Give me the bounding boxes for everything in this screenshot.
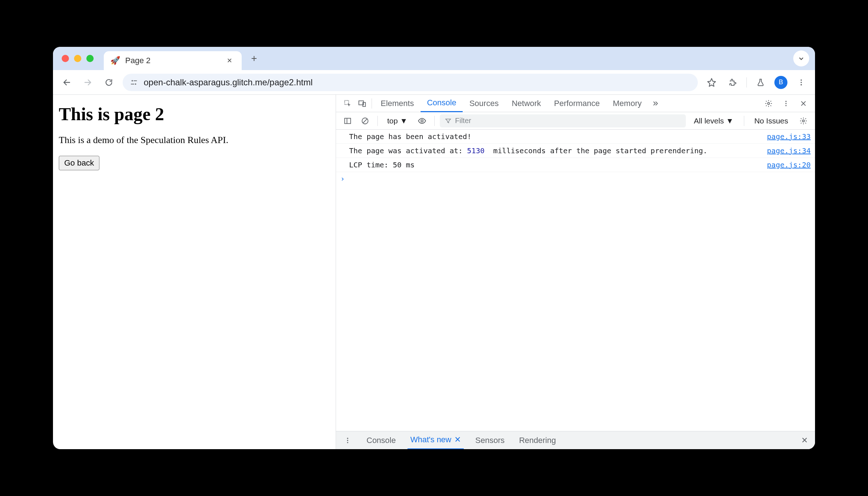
browser-tab[interactable]: 🚀 Page 2 ✕ bbox=[104, 51, 242, 70]
drawer-tab-console[interactable]: Console bbox=[364, 431, 399, 450]
console-message: The page has been activated! bbox=[349, 131, 763, 142]
go-back-button[interactable]: Go back bbox=[59, 156, 99, 170]
clear-icon bbox=[361, 117, 369, 125]
context-label: top bbox=[387, 117, 398, 125]
svg-point-13 bbox=[785, 105, 786, 106]
chrome-menu-button[interactable] bbox=[794, 75, 808, 90]
svg-point-20 bbox=[347, 438, 348, 439]
flask-icon bbox=[756, 78, 765, 87]
drawer-menu-button[interactable] bbox=[340, 433, 355, 448]
log-levels-selector[interactable]: All levels ▼ bbox=[689, 117, 739, 125]
console-prompt[interactable]: › bbox=[336, 172, 815, 185]
site-settings-icon[interactable] bbox=[130, 78, 138, 86]
svg-point-0 bbox=[132, 80, 133, 81]
source-link[interactable]: page.js:20 bbox=[763, 159, 811, 170]
extensions-button[interactable] bbox=[725, 75, 740, 90]
close-icon[interactable]: ✕ bbox=[454, 435, 461, 444]
tab-performance[interactable]: Performance bbox=[548, 95, 606, 112]
toolbar: open-chalk-asparagus.glitch.me/page2.htm… bbox=[53, 70, 815, 95]
svg-point-12 bbox=[785, 103, 786, 104]
dropdown-triangle-icon: ▼ bbox=[726, 117, 734, 125]
arrow-right-icon bbox=[83, 78, 92, 87]
gear-icon bbox=[765, 99, 773, 107]
devtools-menu-button[interactable] bbox=[779, 96, 793, 111]
divider bbox=[372, 98, 372, 109]
svg-point-21 bbox=[347, 440, 348, 441]
tab-memory[interactable]: Memory bbox=[606, 95, 648, 112]
device-toolbar-button[interactable] bbox=[355, 96, 369, 111]
svg-point-18 bbox=[421, 120, 423, 122]
console-row: The page has been activated! page.js:33 bbox=[336, 130, 815, 144]
tab-favicon: 🚀 bbox=[110, 56, 120, 65]
close-window-button[interactable] bbox=[62, 55, 69, 62]
browser-window: 🚀 Page 2 ✕ + open-chalk-asparagus.glitch… bbox=[53, 47, 815, 449]
drawer-tab-rendering[interactable]: Rendering bbox=[516, 431, 559, 450]
bookmark-button[interactable] bbox=[704, 75, 719, 90]
divider bbox=[744, 116, 744, 126]
inspect-element-button[interactable] bbox=[340, 96, 355, 111]
tab-console[interactable]: Console bbox=[421, 95, 463, 112]
tab-title: Page 2 bbox=[125, 56, 219, 65]
arrow-left-icon bbox=[62, 78, 71, 87]
content-row: This is page 2 This is a demo of the Spe… bbox=[53, 95, 815, 449]
tab-elements[interactable]: Elements bbox=[374, 95, 421, 112]
filter-input[interactable]: Filter bbox=[440, 114, 686, 127]
console-row: LCP time: 50 ms page.js:20 bbox=[336, 158, 815, 172]
labs-button[interactable] bbox=[753, 75, 768, 90]
svg-point-10 bbox=[767, 102, 770, 105]
address-bar[interactable]: open-chalk-asparagus.glitch.me/page2.htm… bbox=[123, 74, 698, 91]
filter-icon bbox=[445, 118, 451, 124]
toggle-sidebar-button[interactable] bbox=[340, 114, 355, 128]
drawer-close-button[interactable]: ✕ bbox=[798, 436, 811, 445]
tab-overflow-button[interactable] bbox=[793, 50, 809, 66]
minimize-window-button[interactable] bbox=[74, 55, 81, 62]
divider bbox=[377, 116, 378, 126]
more-tabs-button[interactable] bbox=[648, 96, 663, 111]
console-row: The page was activated at: 5130 millisec… bbox=[336, 144, 815, 158]
devtools-settings-button[interactable] bbox=[761, 96, 776, 111]
chevron-down-icon bbox=[798, 56, 804, 61]
forward-button[interactable] bbox=[81, 75, 95, 90]
sidebar-icon bbox=[344, 117, 352, 125]
context-selector[interactable]: top ▼ bbox=[383, 117, 412, 125]
close-tab-button[interactable]: ✕ bbox=[224, 55, 235, 66]
kebab-icon bbox=[344, 437, 351, 444]
star-icon bbox=[707, 78, 716, 87]
source-link[interactable]: page.js:33 bbox=[763, 131, 811, 142]
issues-label[interactable]: No Issues bbox=[749, 117, 793, 125]
devtools-panel: Elements Console Sources Network Perform… bbox=[336, 95, 815, 449]
console-message: LCP time: 50 ms bbox=[349, 159, 763, 170]
reload-button[interactable] bbox=[102, 75, 116, 90]
drawer-tab-label: What's new bbox=[410, 435, 451, 444]
page-heading: This is page 2 bbox=[59, 103, 330, 125]
inspect-icon bbox=[344, 99, 352, 107]
dropdown-triangle-icon: ▼ bbox=[400, 117, 408, 125]
console-toolbar: top ▼ Filter All levels ▼ No Issues bbox=[336, 112, 815, 130]
filter-placeholder: Filter bbox=[455, 117, 471, 125]
live-expression-button[interactable] bbox=[415, 114, 429, 128]
svg-rect-1 bbox=[134, 80, 137, 81]
eye-icon bbox=[418, 117, 426, 125]
maximize-window-button[interactable] bbox=[86, 55, 94, 62]
drawer-tab-whats-new[interactable]: What's new ✕ bbox=[408, 431, 464, 450]
profile-avatar[interactable]: B bbox=[774, 76, 787, 89]
svg-point-4 bbox=[801, 79, 802, 81]
svg-point-19 bbox=[802, 120, 804, 122]
devtools-close-button[interactable] bbox=[796, 96, 811, 111]
console-output: The page has been activated! page.js:33 … bbox=[336, 130, 815, 431]
chevron-double-right-icon bbox=[652, 100, 659, 107]
tab-sources[interactable]: Sources bbox=[463, 95, 505, 112]
new-tab-button[interactable]: + bbox=[246, 53, 262, 64]
devices-icon bbox=[358, 99, 366, 107]
tab-network[interactable]: Network bbox=[505, 95, 548, 112]
source-link[interactable]: page.js:34 bbox=[763, 145, 811, 156]
devtools-tabbar: Elements Console Sources Network Perform… bbox=[336, 95, 815, 112]
clear-console-button[interactable] bbox=[358, 114, 372, 128]
window-controls bbox=[59, 55, 99, 62]
console-settings-button[interactable] bbox=[796, 114, 811, 128]
back-button[interactable] bbox=[60, 75, 74, 90]
drawer-tab-sensors[interactable]: Sensors bbox=[472, 431, 508, 450]
divider bbox=[746, 77, 747, 88]
gear-icon bbox=[799, 117, 807, 125]
puzzle-icon bbox=[728, 78, 737, 87]
